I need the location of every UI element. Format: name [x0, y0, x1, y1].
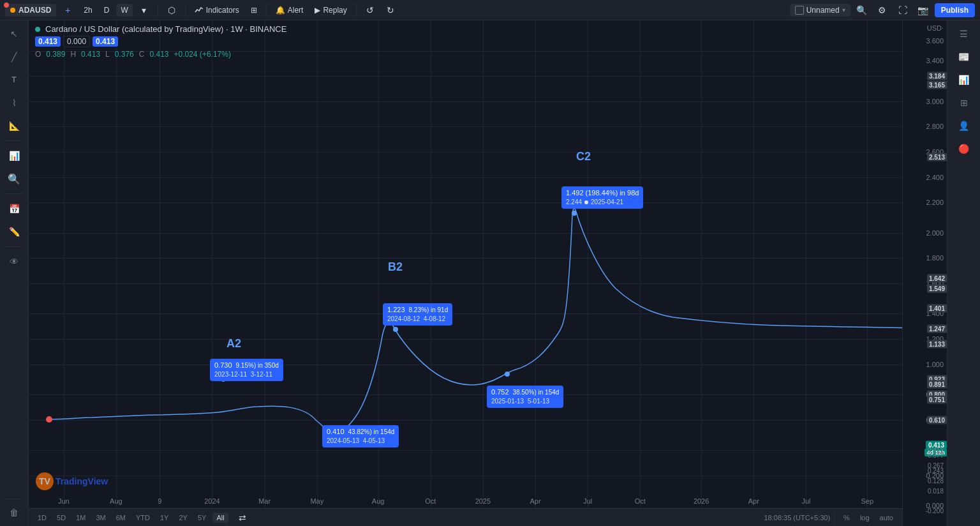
tf-1y-btn[interactable]: 1Y — [156, 513, 172, 523]
price-2513: 2.513 — [927, 153, 947, 161]
logo-svg: TV — [35, 472, 54, 491]
replay-button[interactable]: ▶ Replay — [310, 4, 351, 17]
tf-5d-btn[interactable]: 5D — [53, 513, 70, 523]
pct-mode-btn[interactable]: % — [840, 513, 854, 523]
price-labels-top: 0.413 0.000 0.413 — [35, 36, 896, 47]
ann2-pct: 43.82%) in 154d — [348, 428, 395, 437]
ann-box-1: 0.730 9.15%) in 350d 2023-12-11 3-12-11 — [210, 359, 283, 381]
indicators-panel[interactable]: 📊 — [3, 145, 25, 167]
alert-button[interactable]: 🔔 Alert — [271, 4, 308, 17]
tf-all-btn[interactable]: All — [212, 513, 228, 523]
sep1 — [158, 4, 158, 17]
dot-c2-low — [505, 372, 510, 377]
time-mar: Mar — [258, 497, 271, 505]
unnamed-dropdown[interactable]: Unnamed ▾ — [790, 4, 850, 17]
ann1-pct: 9.15%) in 350d — [236, 361, 279, 370]
ann-box-5: 1.492 (198.44%) in 98d 2.244 2025-04-21 — [561, 186, 643, 209]
compare-icon[interactable]: ⇄ — [234, 509, 251, 527]
ann3-dates: 2024-08-12 4-08-12 — [387, 315, 448, 324]
time-2026: 2026 — [694, 497, 709, 505]
zoom-btn[interactable]: 🔍 — [3, 168, 25, 190]
ann-box-4: 0.752 38.50%) in 154d 2025-01-13 5-01-13 — [487, 386, 563, 408]
tf-dropdown-button[interactable]: ▾ — [135, 1, 153, 19]
side-sep4 — [3, 499, 21, 499]
rs-alert-btn[interactable]: 🔴 — [953, 138, 975, 160]
chart-type-button[interactable]: ⬡ — [163, 1, 181, 19]
tf-6m-btn[interactable]: 6M — [112, 513, 130, 523]
search-button[interactable]: 🔍 — [853, 1, 871, 19]
indicators-icon — [195, 6, 204, 15]
chart-header: Cardano / US Dollar (calculated by Tradi… — [29, 20, 902, 63]
label-a2: A2 — [226, 337, 241, 350]
symbol-selector[interactable]: ADAUSD — [5, 4, 56, 17]
rs-person-btn[interactable]: 👤 — [953, 115, 975, 137]
ann3-val: 1.223 — [387, 305, 405, 315]
price-label-change: 0.000 — [63, 36, 90, 47]
auto-zoom-btn[interactable]: auto — [876, 513, 897, 523]
label-b2: B2 — [388, 260, 403, 274]
more-tools[interactable]: 👁 — [3, 251, 25, 273]
log-mode-btn[interactable]: log — [856, 513, 873, 523]
undo-button[interactable]: ↺ — [361, 1, 379, 19]
ann2-val: 0.410 — [327, 427, 345, 437]
price-1133: 1.133 — [927, 340, 947, 348]
time-display: 18:08:35 (UTC+5:30) — [764, 514, 830, 522]
rs-plus-btn[interactable]: ⊞ — [953, 92, 975, 114]
price-1549: 1.549 — [927, 284, 947, 292]
time-may: May — [310, 497, 323, 505]
price-0018: 0.018 — [928, 487, 944, 494]
fullscreen-button[interactable]: ⛶ — [894, 1, 912, 19]
price-1247: 1.247 — [927, 325, 947, 333]
side-sep3 — [5, 246, 23, 247]
price-0377: 0.377 — [928, 452, 944, 459]
bot-sep1 — [835, 511, 835, 524]
pattern-tool[interactable]: ⌇ — [3, 92, 25, 114]
price-1000: 1.000 — [926, 361, 944, 368]
tf-d-button[interactable]: D — [100, 4, 114, 17]
draw-line-tool[interactable]: ╱ — [3, 46, 25, 68]
tf-ytd-btn[interactable]: YTD — [132, 513, 154, 523]
drawing-tools[interactable]: ✏️ — [3, 221, 25, 243]
tf-5y-btn[interactable]: 5Y — [194, 513, 210, 523]
add-symbol-button[interactable]: + — [59, 1, 77, 19]
time-sep: Sep — [861, 497, 873, 505]
price-axis: USD· 3.600 3.400 3.184 3.165 3.000 2.800… — [902, 20, 947, 526]
ann-box-2: 0.410 43.82%) in 154d 2024-05-13 4-05-13 — [322, 425, 399, 447]
rs-news-btn[interactable]: 📰 — [953, 46, 975, 68]
trash-btn[interactable]: 🗑 — [3, 502, 25, 523]
ann5-line1: 1.492 (198.44%) in 98d — [566, 188, 639, 198]
price-2800: 2.800 — [926, 123, 944, 130]
red-marker — [46, 416, 52, 423]
price-0128: 0.128 — [928, 477, 944, 484]
tf-3m-btn[interactable]: 3M — [92, 513, 109, 523]
measure-tool[interactable]: 📐 — [3, 115, 25, 137]
tf-1d-btn[interactable]: 1D — [34, 513, 50, 523]
time-jun: Jun — [58, 497, 70, 505]
price-3400: 3.400 — [926, 57, 944, 64]
ohlc-bar: O 0.389 H 0.413 L 0.376 C 0.413 +0.024 (… — [35, 50, 896, 59]
calendar-btn[interactable]: 📅 — [3, 198, 25, 220]
redo-button[interactable]: ↻ — [382, 1, 399, 19]
snapshot-button[interactable]: 📷 — [914, 1, 932, 19]
layout-icon — [795, 6, 804, 15]
chart-area[interactable]: Cardano / US Dollar (calculated by Tradi… — [29, 20, 902, 526]
settings-button[interactable]: ⚙ — [873, 1, 891, 19]
cursor-tool[interactable]: ↖ — [3, 23, 25, 45]
publish-button[interactable]: Publish — [935, 3, 975, 17]
text-tool[interactable]: T — [3, 69, 25, 91]
rs-watch-btn[interactable]: ☰ — [953, 23, 975, 45]
tf-2y-btn[interactable]: 2Y — [175, 513, 191, 523]
svg-text:TV: TV — [39, 476, 51, 486]
tf-2h-button[interactable]: 2h — [79, 4, 96, 17]
indicators-button[interactable]: Indicators — [190, 4, 244, 17]
price-label-main: 0.413 — [35, 36, 61, 47]
ann3-pct: 8.23%) in 91d — [409, 306, 449, 315]
sep4 — [356, 4, 357, 17]
price-1401: 1.401 — [927, 304, 947, 313]
tf-w-button[interactable]: W — [116, 4, 132, 17]
rs-chart-btn[interactable]: 📊 — [953, 69, 975, 91]
chart-wrapper: Cardano / US Dollar (calculated by Tradi… — [29, 20, 947, 526]
tf-1m-btn[interactable]: 1M — [72, 513, 89, 523]
price-0891: 0.891 — [927, 380, 947, 389]
templates-button[interactable]: ⊞ — [246, 4, 262, 17]
